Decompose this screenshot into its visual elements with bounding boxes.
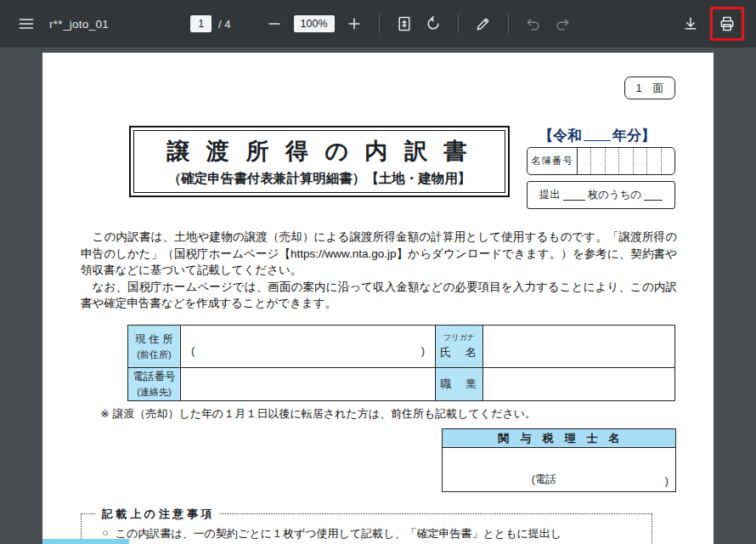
phone-label-cell: 電話番号 (連絡先) xyxy=(128,368,181,400)
occupation-label-cell: 職 業 xyxy=(436,368,483,400)
register-number-box: 名簿番号 xyxy=(527,147,675,175)
pdf-viewer-app: r**_joto_01 / 4 100% xyxy=(0,0,756,544)
download-button[interactable] xyxy=(676,9,705,38)
accountant-phone-close: ) xyxy=(665,475,669,487)
fit-to-page-button[interactable] xyxy=(390,9,419,38)
register-number-cell xyxy=(633,148,646,174)
print-button[interactable] xyxy=(713,9,742,38)
name-value-cell xyxy=(483,326,674,368)
zoom-out-button[interactable] xyxy=(260,9,289,38)
submission-count-box: 提出 枚のうちの xyxy=(527,181,675,209)
address-value-cell: ( ) xyxy=(181,326,436,368)
phone-value-cell xyxy=(181,368,436,400)
zoom-level[interactable]: 100% xyxy=(294,15,335,32)
notes-item-text: この内訳書は、一の契約ごとに１枚ずつ使用して記載し、「確定申告書」とともに提出し xyxy=(116,526,561,541)
tax-accountant-header: 関 与 税 理 士 名 xyxy=(443,429,675,448)
sheet-number-badge: 1 面 xyxy=(624,76,675,99)
zoom-controls: 100% xyxy=(260,9,369,38)
toolbar-right-group xyxy=(676,7,744,41)
intro-text: この内訳書は、土地や建物の譲渡（売却）による譲渡所得金額の計算用として使用するも… xyxy=(81,229,677,312)
toolbar-separator xyxy=(458,14,459,33)
tax-year-prefix: 【令和 xyxy=(539,126,582,145)
form-title: 譲 渡 所 得 の 内 訳 書 xyxy=(166,136,471,167)
submission-mid: 枚のうちの xyxy=(588,188,642,202)
paren-open: ( xyxy=(191,344,195,357)
name-label-cell: フリガナ 氏 名 xyxy=(436,326,483,368)
document-title: r**_joto_01 xyxy=(49,18,109,31)
annotate-button[interactable] xyxy=(469,9,498,38)
toolbar-separator xyxy=(508,14,509,33)
register-number-cell xyxy=(605,148,618,174)
register-number-cell xyxy=(618,148,632,174)
register-number-cell xyxy=(590,148,604,174)
register-number-cell xyxy=(646,148,660,174)
intro-paragraph-1: この内訳書は、土地や建物の譲渡（売却）による譲渡所得金額の計算用として使用するも… xyxy=(81,229,677,279)
next-section-header-sliver xyxy=(42,539,129,544)
form-title-inner: 譲 渡 所 得 の 内 訳 書 （確定申告書付表兼計算明細書）【土地・建物用】 xyxy=(133,130,505,193)
page-number-input[interactable] xyxy=(190,15,212,32)
page-controls: / 4 xyxy=(190,15,230,32)
tax-accountant-box: 関 与 税 理 士 名 (電話 ) xyxy=(442,428,676,492)
fit-page-icon xyxy=(396,15,413,32)
viewer-canvas[interactable]: 1 面 譲 渡 所 得 の 内 訳 書 （確定申告書付表兼計算明細書）【土地・建… xyxy=(0,48,756,544)
zoom-in-button[interactable] xyxy=(340,9,369,38)
print-icon xyxy=(719,15,736,32)
plus-icon xyxy=(346,15,363,32)
rotate-icon xyxy=(425,15,442,32)
occupation-label: 職 業 xyxy=(440,377,478,392)
register-number-label: 名簿番号 xyxy=(528,148,577,174)
register-number-cell xyxy=(578,148,590,174)
submission-blank xyxy=(644,190,663,201)
occupation-value-cell xyxy=(483,368,674,400)
tax-year-label: 【令和年分】 xyxy=(518,126,676,144)
contact-label: (連絡先) xyxy=(137,386,171,399)
form-title-box: 譲 渡 所 得 の 内 訳 書 （確定申告書付表兼計算明細書）【土地・建物用】 xyxy=(129,126,510,197)
previous-address-label: (前住所) xyxy=(137,348,171,361)
form-subtitle: （確定申告書付表兼計算明細書）【土地・建物用】 xyxy=(168,170,471,188)
undo-icon xyxy=(525,15,542,32)
tax-year-suffix: 年分】 xyxy=(612,126,656,145)
toolbar: r**_joto_01 / 4 100% xyxy=(0,0,756,48)
download-icon xyxy=(682,15,699,32)
accountant-phone-open: (電話 xyxy=(532,473,556,487)
hamburger-icon xyxy=(18,15,35,32)
print-button-highlight xyxy=(710,7,744,41)
minus-icon xyxy=(266,15,283,32)
address-table: 現 住 所 (前住所) ( ) フリガナ 氏 名 電話番号 (連絡先) xyxy=(127,325,675,401)
pdf-page: 1 面 譲 渡 所 得 の 内 訳 書 （確定申告書付表兼計算明細書）【土地・建… xyxy=(42,53,714,544)
register-number-cell xyxy=(661,148,674,174)
name-label: 氏 名 xyxy=(440,345,478,360)
furigana-label: フリガナ xyxy=(443,332,475,343)
address-label-cell: 現 住 所 (前住所) xyxy=(128,326,181,368)
undo-button[interactable] xyxy=(519,9,548,38)
submission-prefix: 提出 xyxy=(539,188,561,202)
toolbar-separator xyxy=(379,14,380,33)
tax-year-blank xyxy=(584,129,611,141)
redo-button[interactable] xyxy=(548,9,577,38)
menu-button[interactable] xyxy=(12,9,41,38)
notes-box: 記 載 上 の 注 意 事 項 ○ この内訳書は、一の契約ごとに１枚ずつ使用して… xyxy=(81,513,652,544)
rotate-button[interactable] xyxy=(419,9,448,38)
phone-label: 電話番号 xyxy=(133,370,176,384)
notes-title: 記 載 上 の 注 意 事 項 xyxy=(95,507,219,522)
paren-close: ) xyxy=(421,344,425,357)
redo-icon xyxy=(554,15,571,32)
address-label: 現 住 所 xyxy=(135,332,172,347)
relocation-note: ※ 譲渡（売却）した年の１月１日以後に転居された方は、前住所も記載してください。 xyxy=(100,406,536,422)
submission-blank xyxy=(563,190,585,201)
tax-accountant-body: (電話 ) xyxy=(443,448,675,490)
page-count-label: / 4 xyxy=(218,18,230,31)
register-number-cells xyxy=(577,148,674,174)
pen-icon xyxy=(475,15,492,32)
intro-paragraph-2: なお、国税庁ホームページでは、画面の案内に沿って収入金額などの必要項目を入力する… xyxy=(81,279,677,312)
